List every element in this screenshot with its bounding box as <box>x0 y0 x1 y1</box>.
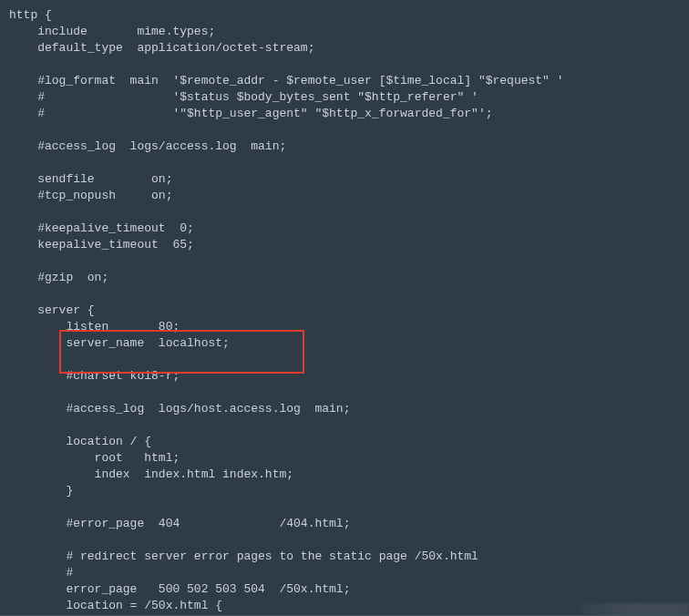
code-line: # <box>9 565 689 581</box>
code-line <box>9 155 689 171</box>
code-line: http { <box>9 7 689 24</box>
code-line <box>9 56 689 73</box>
watermark-smudge <box>580 603 689 616</box>
code-line: #charset koi8-r; <box>9 368 689 385</box>
code-line: server_name localhost; <box>9 335 689 352</box>
code-line: index index.html index.htm; <box>9 467 689 483</box>
code-line: server { <box>9 303 689 319</box>
code-block: http { include mime.types; default_type … <box>0 0 689 616</box>
code-line: listen 80; <box>9 319 689 335</box>
code-line: error_page 500 502 503 504 /50x.html; <box>9 581 689 598</box>
code-line: sendfile on; <box>9 171 689 188</box>
code-line <box>9 417 689 434</box>
code-line <box>9 532 689 549</box>
code-line <box>9 385 689 401</box>
code-line: #log_format main '$remote_addr - $remote… <box>9 73 689 89</box>
code-line: #access_log logs/access.log main; <box>9 139 689 155</box>
code-line: #tcp_nopush on; <box>9 188 689 204</box>
code-line: #keepalive_timeout 0; <box>9 221 689 237</box>
code-line <box>9 352 689 368</box>
code-line <box>9 204 689 221</box>
code-line: # redirect server error pages to the sta… <box>9 549 689 565</box>
code-line: #error_page 404 /404.html; <box>9 516 689 532</box>
code-line: #access_log logs/host.access.log main; <box>9 401 689 417</box>
code-line: #gzip on; <box>9 270 689 286</box>
code-line: root html; <box>9 450 689 467</box>
code-line: # '$status $body_bytes_sent "$http_refer… <box>9 89 689 106</box>
code-line: include mime.types; <box>9 24 689 40</box>
code-line: } <box>9 483 689 499</box>
code-line: # '"$http_user_agent" "$http_x_forwarded… <box>9 106 689 122</box>
code-line <box>9 286 689 303</box>
code-line: keepalive_timeout 65; <box>9 237 689 253</box>
code-line: location / { <box>9 434 689 450</box>
code-line <box>9 122 689 139</box>
code-line <box>9 499 689 516</box>
code-line: default_type application/octet-stream; <box>9 40 689 56</box>
code-line <box>9 253 689 270</box>
